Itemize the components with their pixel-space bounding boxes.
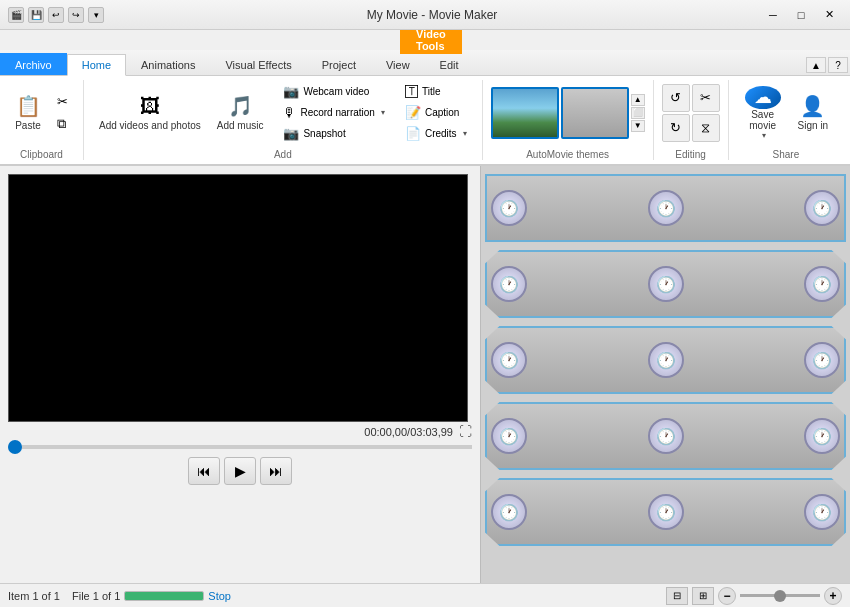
snapshot-icon: 📷 [283,126,299,141]
theme-scroll-up[interactable]: ▲ [631,94,645,106]
next-frame-button[interactable]: ⏭ [260,457,292,485]
video-tools-tab[interactable]: Video Tools [400,26,462,54]
copy-button[interactable]: ⧉ [50,114,75,134]
quick-access-undo[interactable]: ↩ [48,7,64,23]
film-clock-4b: 🕐 [648,418,684,454]
zoom-out-button[interactable]: − [718,587,736,605]
cut-icon: ✂ [57,94,68,109]
film-clock-4c: 🕐 [804,418,840,454]
theme-preview-2 [563,89,627,137]
sign-in-button[interactable]: 👤 Sign in [791,83,836,143]
theme-thumbnail-2[interactable] [561,87,629,139]
tab-animations[interactable]: Animations [126,53,210,75]
ribbon-collapse-button[interactable]: ▲ [806,57,826,73]
automovie-buttons: ▲ ⬜ ▼ [491,80,645,145]
quick-access-more[interactable]: ▾ [88,7,104,23]
editing-buttons: ↺ ✂ ↻ ⧖ [662,80,720,145]
theme-scroll-down[interactable]: ▼ [631,120,645,132]
video-preview [8,174,468,422]
file-progress-fill [125,592,203,600]
film-strip-4[interactable]: 🕐 🕐 🕐 [485,402,846,470]
film-strip-3[interactable]: 🕐 🕐 🕐 [485,326,846,394]
theme-scroll-mid[interactable]: ⬜ [631,107,645,119]
film-strip-2[interactable]: 🕐 🕐 🕐 [485,250,846,318]
add-videos-icon: 🖼 [140,95,160,118]
title-button[interactable]: 🅃 Title [398,82,474,102]
rotate-left-button[interactable]: ↺ [662,84,690,112]
paste-button[interactable]: 📋 Paste [8,83,48,143]
quick-access-redo[interactable]: ↪ [68,7,84,23]
close-button[interactable]: ✕ [816,5,842,25]
record-narration-button[interactable]: 🎙 Record narration ▾ [276,103,391,123]
add-sub-section: 📷 Webcam video 🎙 Record narration ▾ 📷 Sn… [276,82,391,144]
tab-visual-effects[interactable]: Visual Effects [210,53,306,75]
split-button[interactable]: ⧖ [692,114,720,142]
copy-icon: ⧉ [57,116,66,132]
film-clock-1c: 🕐 [804,190,840,226]
film-strip-1[interactable]: 🕐 🕐 🕐 [485,174,846,242]
play-button[interactable]: ▶ [224,457,256,485]
share-label: Share [737,145,836,160]
filmstrip-panel[interactable]: 🕐 🕐 🕐 🕐 🕐 🕐 🕐 🕐 🕐 🕐 🕐 🕐 [480,166,850,583]
status-item: Item 1 of 1 [8,590,60,602]
rotate-right-button[interactable]: ↻ [662,114,690,142]
zoom-slider[interactable] [740,594,820,597]
theme-thumbnail-1[interactable] [491,87,559,139]
ribbon: 📋 Paste ✂ ⧉ Clipboard 🖼 Add videos and p… [0,76,850,166]
microphone-icon: 🎙 [283,105,296,120]
stop-button[interactable]: Stop [208,590,231,602]
help-button[interactable]: ? [828,57,848,73]
save-movie-icon: ☁ [745,86,781,109]
save-movie-button[interactable]: ☁ Save movie ▾ [737,83,789,143]
title-bar: 🎬 💾 ↩ ↪ ▾ My Movie - Movie Maker ─ □ ✕ [0,0,850,30]
video-seek-slider[interactable] [8,445,472,449]
credits-button[interactable]: 📄 Credits ▾ [398,124,474,144]
status-bar: Item 1 of 1 File 1 of 1 Stop ⊟ ⊞ − + [0,583,850,607]
film-clock-2b: 🕐 [648,266,684,302]
current-time: 00:00,00 [364,426,407,438]
film-clock-2a: 🕐 [491,266,527,302]
add-music-button[interactable]: 🎵 Add music [210,83,271,143]
storyboard-view-button[interactable]: ⊟ [666,587,688,605]
maximize-button[interactable]: □ [788,5,814,25]
automovie-label: AutoMovie themes [491,145,645,160]
tab-view[interactable]: View [371,53,425,75]
quick-access-save[interactable]: 💾 [28,7,44,23]
app-icon: 🎬 [8,7,24,23]
total-time: 03:03,99 [410,426,453,438]
theme-preview-1 [493,89,557,137]
prev-frame-button[interactable]: ⏮ [188,457,220,485]
save-movie-label: Save movie [740,109,786,131]
film-clock-1b: 🕐 [648,190,684,226]
snapshot-button[interactable]: 📷 Snapshot [276,124,391,144]
zoom-in-button[interactable]: + [824,587,842,605]
clipboard-label: Clipboard [8,145,75,160]
cut-button[interactable]: ✂ [50,92,75,112]
film-clock-3c: 🕐 [804,342,840,378]
minimize-button[interactable]: ─ [760,5,786,25]
status-file: File 1 of 1 Stop [72,590,231,602]
film-clock-1a: 🕐 [491,190,527,226]
ribbon-collapse-area: ▲ ? [804,55,850,75]
film-clock-5b: 🕐 [648,494,684,530]
webcam-label: Webcam video [303,86,369,97]
video-controls: ⏮ ▶ ⏭ [8,457,472,485]
webcam-video-button[interactable]: 📷 Webcam video [276,82,391,102]
timeline-view-button[interactable]: ⊞ [692,587,714,605]
record-narration-label: Record narration [300,107,374,118]
credits-dropdown[interactable]: ▾ [463,129,467,138]
tab-home[interactable]: Home [67,54,126,76]
tab-project[interactable]: Project [307,53,371,75]
film-strip-5[interactable]: 🕐 🕐 🕐 [485,478,846,546]
record-narration-dropdown[interactable]: ▾ [381,108,385,117]
caption-button[interactable]: 📝 Caption [398,103,474,123]
paste-icon: 📋 [16,94,41,118]
add-videos-button[interactable]: 🖼 Add videos and photos [92,83,208,143]
tab-archivo[interactable]: Archivo [0,53,67,75]
tab-edit[interactable]: Edit [425,53,474,75]
theme-scroll: ▲ ⬜ ▼ [631,94,645,132]
trim-button[interactable]: ✂ [692,84,720,112]
clipboard-buttons: 📋 Paste ✂ ⧉ [8,80,75,145]
fullscreen-button[interactable]: ⛶ [459,424,472,439]
save-movie-dropdown[interactable]: ▾ [762,131,766,140]
